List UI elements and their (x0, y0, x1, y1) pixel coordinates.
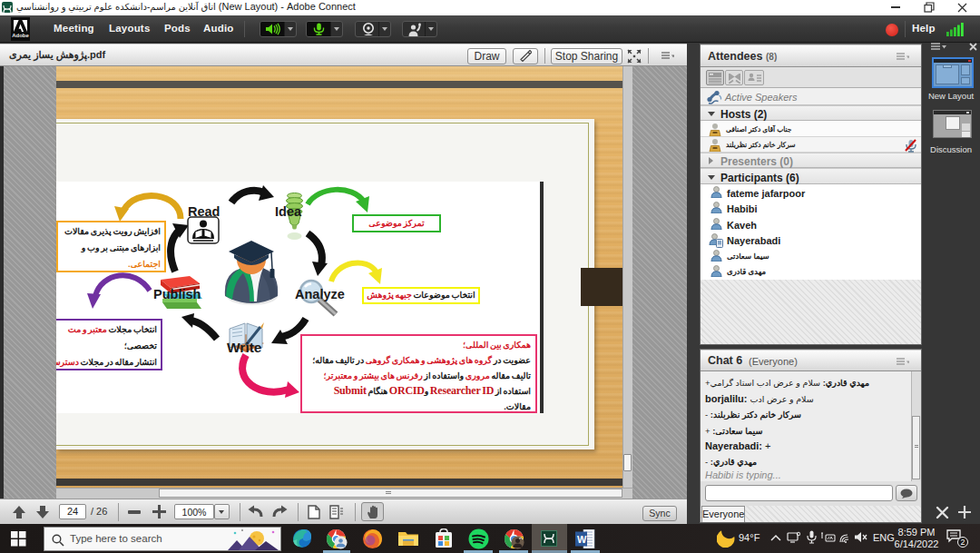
svg-text:Publish: Publish (153, 287, 201, 301)
svg-text:Read: Read (188, 204, 220, 219)
svg-text:W: W (577, 534, 587, 545)
svg-text:Analyze: Analyze (295, 287, 345, 301)
svg-text:Idea: Idea (275, 204, 302, 219)
svg-text:Write: Write (227, 340, 262, 355)
